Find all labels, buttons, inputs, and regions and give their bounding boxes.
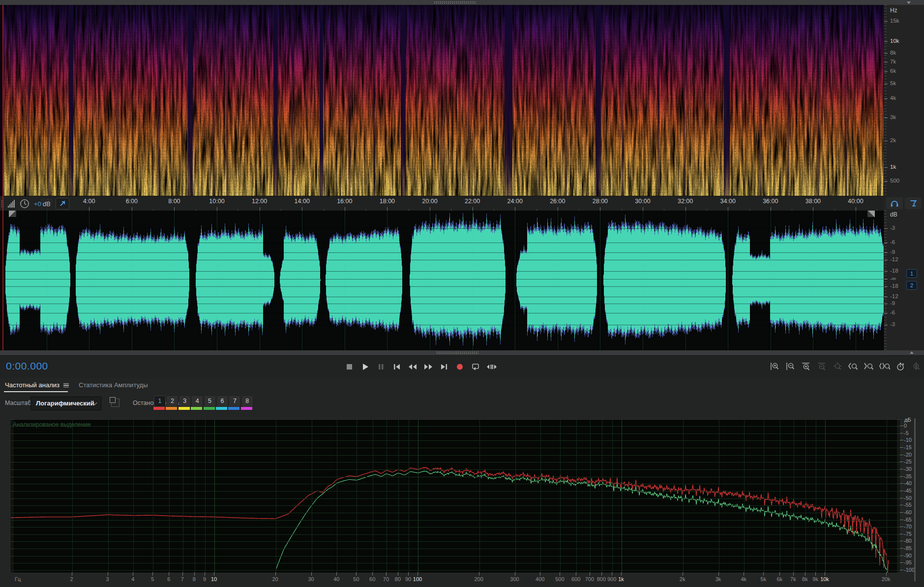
play-button[interactable]: [360, 359, 371, 374]
zoom-to-selection-button[interactable]: [879, 359, 890, 374]
plot-h-gridline: [10, 527, 900, 527]
panel-menu-icon[interactable]: [907, 1, 911, 4]
plot-y-tick: [900, 520, 903, 520]
frequency-tick-label: 5k: [890, 80, 896, 86]
plot-v-gridline: [560, 420, 561, 573]
spectrogram-dark-streak: [657, 5, 659, 196]
plot-y-tick-label: -80: [904, 538, 912, 544]
loop-icon: [471, 363, 480, 371]
plot-x-tick: [793, 572, 794, 576]
plot-x-tick: [152, 572, 153, 576]
amplitude-tick-label: -∞: [890, 276, 896, 281]
panel-menu-icon[interactable]: [63, 383, 69, 388]
playhead[interactable]: [2, 5, 3, 350]
rewind-button[interactable]: [407, 359, 418, 374]
plot-x-tick: [540, 572, 540, 576]
plot-x-tick: [133, 572, 133, 576]
timeline-time-label: 36:00: [759, 198, 782, 205]
zoom-in-right-edge-button[interactable]: [863, 359, 874, 374]
waveform-time-gridline: [643, 211, 643, 350]
zoom-out-amplitude-button[interactable]: [784, 359, 796, 374]
frame-hold-button-5[interactable]: 5: [204, 396, 216, 407]
timeline-ruler[interactable]: 2:004:006:008:0010:0012:0014:0016:0018:0…: [0, 196, 884, 212]
plot-x-tick: [560, 572, 560, 576]
transport-bar: 0:00.000: [0, 355, 924, 379]
plot-scrollbar[interactable]: [914, 418, 916, 582]
frame-hold-button-8[interactable]: 8: [241, 396, 253, 407]
scroll-up-icon[interactable]: [910, 351, 914, 354]
time-display[interactable]: 0:00.000: [6, 360, 48, 372]
selection-grabber-left[interactable]: [9, 211, 16, 217]
zoom-reset-button[interactable]: [832, 359, 843, 374]
frame-hold-button-7[interactable]: 7: [229, 396, 240, 407]
plot-x-tick: [763, 572, 764, 576]
plot-y-tick: [900, 433, 903, 433]
tab-frequency-analysis[interactable]: Частотный анализ: [5, 381, 69, 389]
plot-y-tick: [900, 498, 903, 498]
amplitude-ruler[interactable]: dB 12 -3-6-9-12-18-∞-18-12-9-6-3: [884, 211, 924, 350]
skip-to-selection-button[interactable]: [486, 359, 497, 374]
plot-v-gridline: [805, 420, 806, 573]
plot-v-gridline: [183, 420, 183, 573]
frame-hold-button-4[interactable]: 4: [191, 396, 203, 407]
skip-to-start-button[interactable]: [391, 359, 402, 374]
zoom-in-left-edge-icon: [848, 362, 859, 371]
spectrogram-display[interactable]: [0, 5, 884, 196]
gain-display[interactable]: +0dB: [34, 200, 51, 208]
stop-button[interactable]: [344, 359, 355, 374]
frame-hold-button-6[interactable]: 6: [216, 396, 228, 407]
plot-x-tick-label: 300: [505, 576, 525, 582]
timeline-time-label: 10:00: [206, 198, 228, 205]
timeline-time-label: 6:00: [120, 198, 143, 205]
plot-y-tick-label: -65: [904, 517, 912, 523]
level-meter-icon[interactable]: [8, 200, 15, 208]
rewind-icon: [407, 363, 418, 371]
waveform-display[interactable]: [0, 211, 884, 350]
fast-forward-button[interactable]: [423, 359, 434, 374]
frequency-ruler[interactable]: Hz 15k10k8k7k6k5k4k3k2k1k500: [884, 5, 924, 196]
plot-v-gridline: [683, 420, 684, 573]
skip-to-end-button[interactable]: [439, 359, 449, 374]
transport-buttons: [344, 359, 497, 374]
timeline-time-label: 26:00: [546, 198, 569, 205]
pause-button[interactable]: [376, 359, 387, 374]
zoom-in-time-button[interactable]: [800, 359, 811, 374]
scrollbar-grip[interactable]: [436, 351, 478, 354]
zoom-to-selection-icon: [879, 362, 890, 371]
scale-select[interactable]: Логарифмический: [30, 397, 101, 410]
frame-hold-button-2[interactable]: 2: [166, 396, 178, 407]
headphones-button[interactable]: [886, 197, 903, 209]
restore-last-zoom-button[interactable]: [894, 359, 906, 374]
frame-hold-color-swatch: [228, 407, 239, 410]
waveform-time-gridline: [430, 211, 430, 350]
reset-all-zoom-button[interactable]: [910, 359, 922, 374]
tab-amplitude-statistics[interactable]: Статистика Амплитуды: [79, 381, 148, 389]
plot-x-tick-label: 200: [469, 576, 489, 582]
amplitude-tick: [884, 228, 888, 229]
metronome-button[interactable]: [905, 197, 922, 209]
plot-x-tick-label: 400: [530, 576, 550, 582]
plot-v-gridline: [825, 420, 826, 573]
zoom-out-time-button[interactable]: [816, 359, 827, 374]
plot-h-gridline: [10, 513, 900, 513]
record-button[interactable]: [454, 359, 465, 374]
channel-1-button[interactable]: 1: [906, 269, 917, 278]
frame-hold-button-3[interactable]: 3: [179, 396, 191, 407]
frame-hold-button-1[interactable]: 1: [154, 396, 166, 407]
amplitude-tick-label: -9: [890, 249, 895, 255]
plot-v-gridline: [169, 420, 170, 573]
frame-hold-icon[interactable]: [111, 399, 119, 407]
zoom-in-amplitude-button[interactable]: [769, 359, 780, 374]
scrollbar-grip[interactable]: [434, 1, 476, 4]
clock-icon[interactable]: [19, 198, 30, 209]
timeline-time-label: 28:00: [589, 198, 611, 205]
channel-2-button[interactable]: 2: [906, 281, 917, 290]
plot-x-tick: [815, 572, 816, 576]
loop-playback-button[interactable]: [470, 359, 481, 374]
spectrogram-dark-streak: [760, 5, 762, 196]
zoom-in-left-edge-button[interactable]: [847, 359, 859, 374]
selection-grabber-right[interactable]: [867, 211, 875, 217]
skip-to-start-icon: [392, 363, 402, 371]
snap-button[interactable]: [56, 198, 69, 210]
plot-v-gridline: [72, 420, 73, 573]
